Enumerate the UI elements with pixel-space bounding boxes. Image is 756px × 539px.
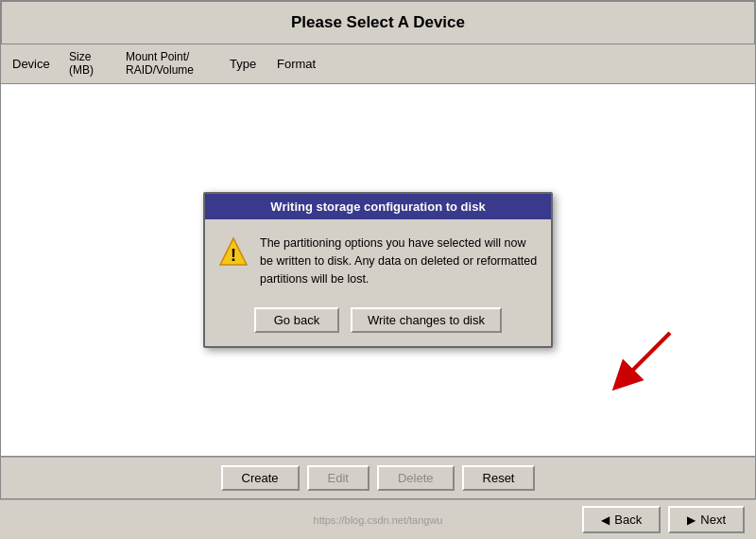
delete-button[interactable]: Delete (377, 465, 455, 491)
page-title: Please Select A Device (17, 13, 739, 32)
col-mount-header: Mount Point/ RAID/Volume (118, 48, 222, 79)
main-container: Please Select A Device Device Size (MB) … (0, 0, 756, 539)
back-button[interactable]: ◀ Back (582, 506, 661, 533)
dialog-body: ! The partitioning options you have sele… (205, 219, 551, 299)
next-icon: ▶ (687, 513, 696, 527)
col-type-header: Type (222, 55, 269, 73)
back-label: Back (614, 513, 642, 527)
warning-icon: ! (218, 236, 249, 267)
svg-line-3 (623, 333, 670, 380)
content-area: Writing storage configuration to disk ! … (0, 84, 756, 457)
title-bar: Please Select A Device (0, 0, 756, 44)
dialog-buttons: Go back Write changes to disk (205, 300, 551, 346)
dialog-message: The partitioning options you have select… (260, 235, 538, 287)
dialog-overlay: Writing storage configuration to disk ! … (1, 84, 755, 456)
col-device-header: Device (5, 55, 61, 73)
col-size-header: Size (MB) (61, 48, 118, 79)
col-format-header: Format (269, 55, 326, 73)
svg-text:!: ! (231, 246, 236, 265)
next-button[interactable]: ▶ Next (668, 506, 745, 533)
go-back-button[interactable]: Go back (254, 307, 339, 333)
red-arrow (594, 323, 679, 399)
write-changes-button[interactable]: Write changes to disk (351, 307, 502, 333)
bottom-toolbar: Create Edit Delete Reset (0, 457, 756, 499)
back-icon: ◀ (601, 513, 610, 527)
reset-button[interactable]: Reset (462, 465, 536, 491)
dialog-title: Writing storage configuration to disk (205, 194, 551, 219)
create-button[interactable]: Create (221, 465, 300, 491)
watermark: https://blog.csdn.net/tangwu (314, 514, 443, 526)
next-label: Next (700, 513, 726, 527)
column-headers: Device Size (MB) Mount Point/ RAID/Volum… (0, 44, 756, 84)
dialog: Writing storage configuration to disk ! … (203, 192, 553, 347)
edit-button[interactable]: Edit (307, 465, 369, 491)
nav-footer: https://blog.csdn.net/tangwu ◀ Back ▶ Ne… (0, 499, 756, 539)
